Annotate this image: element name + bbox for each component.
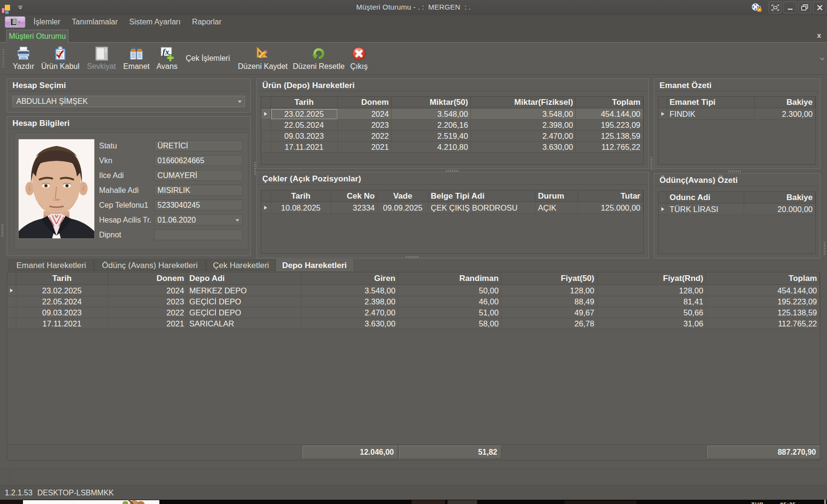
table-cell[interactable]: 51,00 xyxy=(398,307,502,318)
column-header[interactable]: Emanet Tipi xyxy=(667,97,755,108)
table-cell[interactable]: 454.144,00 xyxy=(576,109,643,120)
minimize-button[interactable] xyxy=(783,1,796,13)
column-header[interactable]: Miktar(50) xyxy=(391,97,471,108)
table-cell[interactable]: 50,66 xyxy=(597,307,706,318)
table-cell[interactable]: 195.223,09 xyxy=(576,120,643,131)
column-header[interactable]: Tarih xyxy=(16,272,108,284)
table-cell[interactable]: MERKEZ DEPO xyxy=(187,285,302,296)
table-cell[interactable]: 2021 xyxy=(338,142,392,153)
table-cell[interactable]: SARICALAR xyxy=(187,318,302,329)
table-row[interactable]: TÜRK LİRASI20.000,00 xyxy=(659,204,816,215)
table-cell[interactable]: 2.470,00 xyxy=(302,307,398,318)
grid-header[interactable]: Odunc AdiBakiye xyxy=(659,192,816,203)
table-cell[interactable]: 112.765,22 xyxy=(706,318,820,329)
splitter-middle-bottom[interactable] xyxy=(406,256,418,258)
table-cell[interactable]: 58,00 xyxy=(398,318,502,329)
table-cell[interactable]: 17.11.2021 xyxy=(271,142,338,153)
cikis-button[interactable]: Çıkış xyxy=(346,43,372,74)
bottom-tab-4[interactable]: Depo Hareketleri xyxy=(276,259,353,271)
duzeni-kaydet-button[interactable]: Düzeni Kaydet xyxy=(238,43,288,74)
table-cell[interactable]: 3.548,00 xyxy=(302,285,398,296)
table-cell[interactable]: FINDIK xyxy=(667,109,755,120)
table-cell[interactable]: 2022 xyxy=(108,307,187,318)
column-header[interactable]: Belge Tipi Adi xyxy=(428,190,536,202)
table-cell[interactable]: 31,06 xyxy=(597,318,706,329)
table-cell[interactable]: 22.05.2024 xyxy=(271,120,338,131)
avans-button[interactable]: fx Avans xyxy=(153,43,181,74)
table-cell[interactable]: 128,00 xyxy=(597,285,706,296)
table-cell[interactable]: 112.765,22 xyxy=(576,142,643,153)
splitter-middle-right[interactable] xyxy=(650,157,652,169)
column-header[interactable]: Tarih xyxy=(271,97,338,108)
field-value-mahalle-adi[interactable]: MISIRLIK xyxy=(154,185,243,196)
table-cell[interactable]: 23.02.2025 xyxy=(271,109,338,120)
field-value-hesap-acilis-tr-[interactable]: 01.06.2020 xyxy=(154,214,243,225)
account-combo[interactable]: ABDULLAH ŞİMŞEK xyxy=(12,96,245,107)
table-cell[interactable]: 20.000,00 xyxy=(744,204,816,215)
bottom-tab-1[interactable]: Emanet Hareketleri xyxy=(9,259,94,271)
column-header[interactable]: Tarih xyxy=(271,190,331,202)
urun-kabul-button[interactable]: Ürün Kabul xyxy=(42,43,78,74)
emanet-ozeti-grid[interactable]: Emanet TipiBakiyeFINDIK2.300,00 xyxy=(658,96,816,165)
table-cell[interactable]: 2.398,00 xyxy=(302,296,398,307)
menu-islemler[interactable]: İşlemler xyxy=(28,15,66,29)
table-cell[interactable]: 3.630,00 xyxy=(471,142,576,153)
table-row[interactable]: 17.11.20212021SARICALAR3.630,0058,0026,7… xyxy=(7,318,820,329)
table-cell[interactable]: 2.206,16 xyxy=(391,120,471,131)
table-row[interactable]: 17.11.202120214.210,803.630,00112.765,22 xyxy=(261,142,643,153)
table-cell[interactable]: 26,78 xyxy=(502,318,597,329)
table-cell[interactable]: 2.519,40 xyxy=(391,131,471,142)
table-row[interactable]: 22.05.202420232.206,162.398,00195.223,09 xyxy=(261,120,643,131)
field-value-dipnot[interactable] xyxy=(154,229,243,240)
column-header[interactable]: Randiman xyxy=(398,272,502,284)
grid-header[interactable]: TarihDonemMiktar(50)Miktar(Fiziksel)Topl… xyxy=(261,97,643,108)
bottom-tab-3[interactable]: Çek Hareketleri xyxy=(206,259,276,271)
column-header[interactable]: Toplam xyxy=(706,272,820,284)
column-header[interactable]: Miktar(Fiziksel) xyxy=(471,97,576,108)
fit-window-button[interactable] xyxy=(769,1,782,13)
table-cell[interactable]: 88,49 xyxy=(502,296,597,307)
menu-sistem-ayarlari[interactable]: Sistem Ayarları xyxy=(123,15,186,29)
table-cell[interactable]: 23.02.2025 xyxy=(16,285,108,296)
column-header[interactable]: Fiyat(50) xyxy=(502,272,597,284)
menu-raporlar[interactable]: Raporlar xyxy=(186,15,227,29)
column-header[interactable]: Depo Adi xyxy=(187,272,302,284)
odunc-ozeti-grid[interactable]: Odunc AdiBakiyeTÜRK LİRASI20.000,00 xyxy=(658,191,816,254)
table-row[interactable]: 09.03.20232022GEÇİCİ DEPO2.470,0051,0049… xyxy=(7,307,820,318)
field-value-ilce-adi[interactable]: CUMAYERİ xyxy=(154,170,243,181)
field-value-cep-telefonu1[interactable]: 5233040245 xyxy=(154,200,243,211)
table-cell[interactable]: 2024 xyxy=(338,109,392,120)
table-cell[interactable]: 2022 xyxy=(338,131,392,142)
splitter-emanet-odunc[interactable] xyxy=(728,170,741,172)
table-cell[interactable]: 128,00 xyxy=(502,285,597,296)
table-cell[interactable]: 2021 xyxy=(108,318,187,329)
field-value-statu[interactable]: ÜRETİCİ xyxy=(154,140,243,151)
column-header[interactable]: Odunc Adi xyxy=(667,192,744,203)
emanet-button[interactable]: Emanet xyxy=(121,43,152,74)
table-cell[interactable]: 09.03.2023 xyxy=(271,131,338,142)
splitter-left-middle[interactable] xyxy=(254,162,256,175)
table-cell[interactable]: 17.11.2021 xyxy=(16,318,108,329)
column-header[interactable]: Cek No xyxy=(331,190,378,202)
toolbar-overflow-icon[interactable] xyxy=(819,56,825,62)
table-cell[interactable]: 2024 xyxy=(108,285,187,296)
toolbar-grip[interactable] xyxy=(2,49,4,68)
table-cell[interactable]: 2023 xyxy=(108,296,187,307)
column-header[interactable]: Fiyat(Rnd) xyxy=(597,272,706,284)
table-cell[interactable]: ÇEK ÇIKIŞ BORDROSU xyxy=(428,202,536,213)
table-cell[interactable]: AÇIK xyxy=(536,202,578,213)
table-cell[interactable]: 125.138,59 xyxy=(576,131,643,142)
table-cell[interactable]: 3.548,00 xyxy=(471,109,576,120)
depo-hareketleri-grid[interactable]: TarihDonemDepo AdiGirenRandimanFiyat(50)… xyxy=(7,272,820,460)
restore-button[interactable] xyxy=(798,1,811,13)
table-row[interactable]: 09.03.202320222.519,402.470,00125.138,59 xyxy=(261,131,643,142)
menu-tanimlamalar[interactable]: Tanımlamalar xyxy=(66,15,123,29)
table-cell[interactable]: GEÇİCİ DEPO xyxy=(187,296,302,307)
column-header[interactable]: Durum xyxy=(536,190,578,202)
table-row[interactable]: 23.02.20252024MERKEZ DEPO3.548,0050,0012… xyxy=(7,285,820,296)
table-cell[interactable]: 46,00 xyxy=(398,296,502,307)
duzeni-resetle-button[interactable]: Düzeni Resetle xyxy=(293,43,344,74)
table-row[interactable]: 10.08.20253233409.09.2025ÇEK ÇIKIŞ BORDR… xyxy=(261,202,643,213)
table-cell[interactable]: 49,67 xyxy=(502,307,597,318)
table-cell[interactable]: 10.08.2025 xyxy=(271,202,331,213)
